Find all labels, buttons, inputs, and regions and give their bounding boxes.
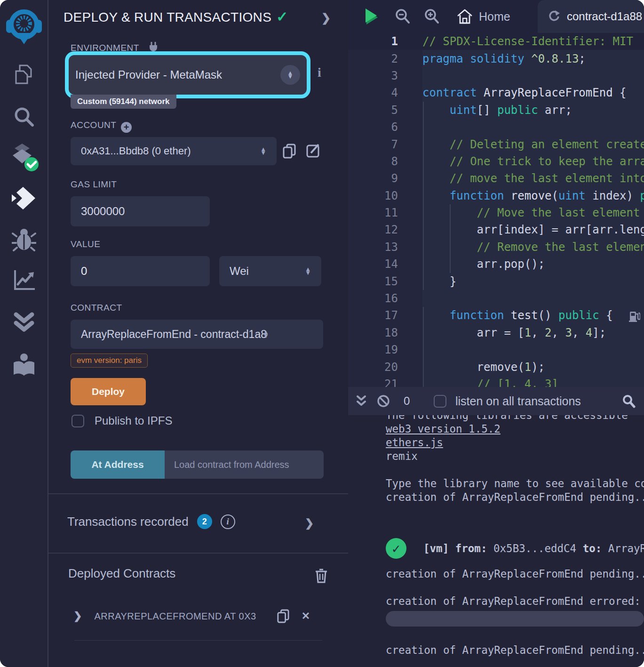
sidebar-item-unit-testing[interactable] bbox=[0, 311, 48, 333]
code-line-14[interactable]: 14 arr.pop(); bbox=[348, 256, 644, 273]
code-line-13[interactable]: 13 // Remove the last element bbox=[348, 239, 644, 256]
terminal-search-button[interactable] bbox=[621, 387, 636, 415]
code-line-11[interactable]: 11 // Move the last element into the pla… bbox=[348, 204, 644, 221]
value-unit-select[interactable]: Wei ▲▼ bbox=[219, 256, 321, 286]
code-line-1[interactable]: 1// SPDX-License-Identifier: MIT bbox=[348, 33, 644, 50]
code-line-7[interactable]: 7 // Deleting an element creates a gap i… bbox=[348, 136, 644, 153]
code-line-19[interactable]: 19 bbox=[348, 341, 644, 358]
add-account-icon[interactable]: + bbox=[121, 122, 132, 133]
line-number: 5 bbox=[348, 104, 422, 117]
code-line-21[interactable]: 21 // [1, 4, 3] bbox=[348, 376, 644, 387]
transactions-expand-chevron-icon[interactable]: ❯ bbox=[305, 517, 314, 530]
deployed-contract-name: ARRAYREPLACEFROMEND AT 0X3 bbox=[94, 611, 256, 622]
code-line-18[interactable]: 18 arr = [1, 2, 3, 4]; bbox=[348, 324, 644, 341]
code-line-5[interactable]: 5 uint[] public arr; bbox=[348, 102, 644, 119]
publish-ipfs-checkbox[interactable] bbox=[72, 415, 84, 427]
sidebar-item-learn[interactable] bbox=[0, 353, 48, 378]
code-text: function test() public { bbox=[422, 309, 644, 322]
line-number: 15 bbox=[348, 275, 422, 288]
search-icon bbox=[621, 394, 636, 408]
select-updown-icon: ▲▼ bbox=[280, 65, 300, 85]
zoom-in-button[interactable] bbox=[423, 0, 440, 33]
remove-contract-icon[interactable]: ✕ bbox=[302, 610, 310, 622]
code-line-17[interactable]: 17 function test() public { bbox=[348, 307, 644, 324]
deploy-run-panel: DEPLOY & RUN TRANSACTIONS✓ ❯ ENVIRONMENT… bbox=[48, 0, 348, 667]
code-text: arr = [1, 2, 3, 4]; bbox=[422, 326, 644, 339]
line-number: 3 bbox=[348, 69, 422, 82]
run-script-button[interactable] bbox=[365, 0, 379, 33]
terminal-line-pending-3: creation of ArrayReplaceFromEnd pending.… bbox=[386, 643, 644, 657]
code-line-9[interactable]: 9 // move the last element into the plac… bbox=[348, 170, 644, 187]
line-number: 4 bbox=[348, 86, 422, 99]
line-number: 12 bbox=[348, 223, 422, 236]
at-address-input[interactable] bbox=[165, 450, 324, 479]
sidebar-item-statistics[interactable] bbox=[0, 268, 48, 291]
sidebar-item-debugger[interactable] bbox=[0, 228, 48, 251]
code-text: // SPDX-License-Identifier: MIT bbox=[422, 35, 644, 48]
home-icon bbox=[456, 8, 473, 24]
home-tab-label: Home bbox=[479, 10, 510, 24]
terminal-link-ethers[interactable]: •ethers.js bbox=[386, 436, 644, 450]
sidebar-item-search[interactable] bbox=[0, 105, 48, 128]
deploy-button[interactable]: Deploy bbox=[71, 378, 146, 405]
transactions-info-icon[interactable]: i bbox=[221, 514, 235, 529]
trash-icon[interactable] bbox=[315, 568, 328, 583]
gas-limit-label: GAS LIMIT bbox=[71, 179, 117, 190]
tab-home[interactable]: Home bbox=[456, 0, 510, 33]
account-select[interactable]: 0xA31...Bbdb8 (0 ether) ▲▼ bbox=[71, 137, 277, 165]
panel-collapse-chevron-icon[interactable]: ❯ bbox=[321, 11, 331, 24]
code-text: contract ArrayReplaceFromEnd { bbox=[422, 86, 644, 99]
solidity-compiler-icon bbox=[9, 143, 39, 173]
code-line-2[interactable]: 2pragma solidity ^0.8.13; bbox=[348, 50, 644, 67]
transactions-recorded-row: Transactions recorded 2 i bbox=[67, 514, 235, 529]
compile-success-check-icon: ✓ bbox=[276, 9, 288, 24]
line-number: 18 bbox=[348, 326, 422, 339]
line-number: 16 bbox=[348, 292, 422, 305]
line-number: 19 bbox=[348, 343, 422, 356]
code-line-16[interactable]: 16 bbox=[348, 290, 644, 307]
terminal-collapse-button[interactable] bbox=[356, 387, 367, 415]
environment-select[interactable]: Injected Provider - MetaMask ▲▼ bbox=[75, 55, 300, 95]
deployed-contract-row[interactable]: ❯ ARRAYREPLACEFROMEND AT 0X3 ✕ bbox=[73, 609, 310, 623]
code-line-15[interactable]: 15 } bbox=[348, 273, 644, 289]
code-text: arr[index] = arr[arr.length - 1]; bbox=[422, 223, 644, 236]
copy-account-icon[interactable] bbox=[283, 144, 296, 159]
contract-label: CONTRACT bbox=[71, 303, 122, 313]
environment-info-icon[interactable]: i bbox=[318, 65, 321, 80]
sidebar-item-deploy-and-run[interactable] bbox=[0, 186, 48, 210]
code-text: // One trick to keep the array compact i… bbox=[422, 155, 644, 168]
code-text: // Move the last element into the place … bbox=[422, 206, 644, 219]
sidebar-item-solidity-compiler[interactable] bbox=[0, 143, 48, 173]
listen-checkbox[interactable] bbox=[434, 387, 446, 415]
at-address-button[interactable]: At Address bbox=[71, 450, 165, 479]
remix-logo bbox=[0, 6, 48, 45]
code-editor[interactable]: 1// SPDX-License-Identifier: MIT2pragma … bbox=[348, 33, 644, 387]
search-icon bbox=[13, 105, 35, 128]
terminal-clear-button[interactable] bbox=[376, 387, 390, 415]
code-line-3[interactable]: 3 bbox=[348, 67, 644, 84]
code-line-12[interactable]: 12 arr[index] = arr[arr.length - 1]; bbox=[348, 221, 644, 238]
code-line-4[interactable]: 4contract ArrayReplaceFromEnd { bbox=[348, 84, 644, 101]
code-line-10[interactable]: 10 function remove(uint index) public { bbox=[348, 187, 644, 204]
contract-select[interactable]: ArrayReplaceFromEnd - contract-d1a8 ▲▼ bbox=[71, 320, 323, 349]
code-line-6[interactable]: 6 bbox=[348, 119, 644, 136]
copy-address-icon[interactable] bbox=[277, 609, 289, 623]
gas-limit-input[interactable]: 3000000 bbox=[71, 196, 210, 226]
terminal-vm-result[interactable]: ✓[vm] from: 0x5B3...eddC4 to: ArrayRepla… bbox=[386, 537, 644, 560]
contract-expand-chevron-icon[interactable]: ❯ bbox=[73, 610, 82, 622]
tab-contract-file[interactable]: contract-d1a88 bbox=[538, 0, 644, 33]
code-line-8[interactable]: 8 // One trick to keep the array compact… bbox=[348, 153, 644, 170]
edit-account-icon[interactable] bbox=[306, 144, 320, 158]
terminal-progress-bar bbox=[386, 611, 644, 627]
code-line-20[interactable]: 20 remove(1); bbox=[348, 358, 644, 375]
zoom-out-button[interactable] bbox=[394, 0, 411, 33]
network-badge: Custom (59144) network bbox=[71, 95, 176, 109]
sidebar-item-file-explorer[interactable] bbox=[0, 63, 48, 87]
files-icon bbox=[12, 63, 36, 87]
line-number: 1 bbox=[348, 35, 422, 48]
value-input[interactable]: 0 bbox=[71, 256, 210, 286]
terminal-log[interactable]: The following libraries are accessible•w… bbox=[348, 415, 644, 667]
terminal-link-web3[interactable]: •web3 version 1.5.2 bbox=[386, 422, 644, 436]
publish-ipfs-row: Publish to IPFS bbox=[72, 414, 172, 427]
divider bbox=[48, 553, 348, 554]
